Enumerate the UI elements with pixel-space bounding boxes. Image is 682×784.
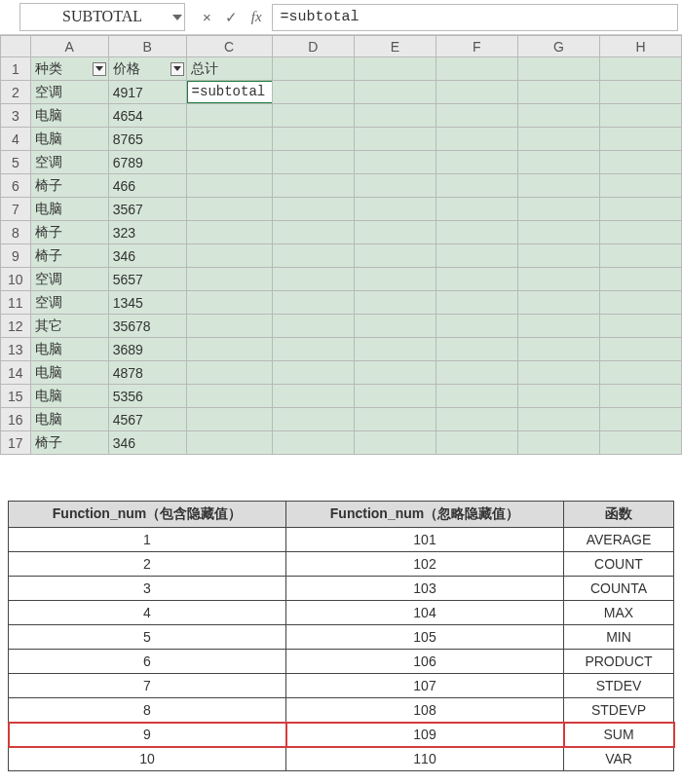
cell-B1[interactable]: 价格	[108, 57, 186, 81]
row-header[interactable]: 9	[1, 244, 31, 268]
cell-E3[interactable]	[354, 104, 436, 128]
col-header-F[interactable]: F	[436, 36, 517, 57]
cell-H14[interactable]	[599, 361, 681, 385]
cell-C10[interactable]	[186, 268, 272, 291]
cell-H5[interactable]	[599, 151, 681, 174]
cell-A4[interactable]: 电脑	[30, 128, 108, 151]
cell-E5[interactable]	[354, 151, 436, 174]
cell-D7[interactable]	[272, 198, 354, 221]
cell-B4[interactable]: 8765	[108, 128, 186, 151]
cell-C16[interactable]	[186, 408, 272, 431]
cell-B11[interactable]: 1345	[108, 291, 186, 315]
cell-F1[interactable]	[436, 57, 517, 81]
cell-D13[interactable]	[272, 338, 354, 361]
cell-F9[interactable]	[436, 244, 517, 268]
cell-F2[interactable]	[436, 81, 517, 104]
cell-H16[interactable]	[599, 408, 681, 431]
row-header[interactable]: 2	[1, 81, 31, 104]
cell-A5[interactable]: 空调	[30, 151, 108, 174]
cell-C14[interactable]	[186, 361, 272, 385]
name-box-dropdown-icon[interactable]	[172, 13, 182, 22]
cell-C8[interactable]	[186, 221, 272, 244]
cell-E8[interactable]	[354, 221, 436, 244]
cell-G11[interactable]	[517, 291, 599, 315]
cell-B5[interactable]: 6789	[108, 151, 186, 174]
cell-G17[interactable]	[517, 431, 599, 455]
cell-G3[interactable]	[517, 104, 599, 128]
cell-A9[interactable]: 椅子	[30, 244, 108, 268]
cell-G10[interactable]	[517, 268, 599, 291]
cell-F3[interactable]	[436, 104, 517, 128]
cell-C11[interactable]	[186, 291, 272, 315]
cell-E16[interactable]	[354, 408, 436, 431]
row-header[interactable]: 1	[1, 57, 31, 81]
fx-icon[interactable]: fx	[251, 9, 262, 25]
cell-F16[interactable]	[436, 408, 517, 431]
cell-G13[interactable]	[517, 338, 599, 361]
cell-A7[interactable]: 电脑	[30, 198, 108, 221]
cell-F11[interactable]	[436, 291, 517, 315]
formula-input[interactable]: =subtotal	[272, 4, 678, 31]
cell-G7[interactable]	[517, 198, 599, 221]
cell-H2[interactable]	[599, 81, 681, 104]
cell-A3[interactable]: 电脑	[30, 104, 108, 128]
cell-B13[interactable]: 3689	[108, 338, 186, 361]
cell-B14[interactable]: 4878	[108, 361, 186, 385]
cell-E9[interactable]	[354, 244, 436, 268]
row-header[interactable]: 3	[1, 104, 31, 128]
cell-E17[interactable]	[354, 431, 436, 455]
cell-F12[interactable]	[436, 315, 517, 338]
cell-C6[interactable]	[186, 174, 272, 198]
cell-F8[interactable]	[436, 221, 517, 244]
col-header-C[interactable]: C	[186, 36, 272, 57]
cell-F15[interactable]	[436, 385, 517, 408]
cell-C2[interactable]: =subtotalfxSUBTOTAL返回数据清单或数据库中的分类汇总。查看该函…	[186, 81, 272, 104]
cell-B16[interactable]: 4567	[108, 408, 186, 431]
col-header-A[interactable]: A	[30, 36, 108, 57]
cell-G4[interactable]	[517, 128, 599, 151]
cell-A14[interactable]: 电脑	[30, 361, 108, 385]
cell-C1[interactable]: 总计	[186, 57, 272, 81]
cell-G9[interactable]	[517, 244, 599, 268]
cell-F7[interactable]	[436, 198, 517, 221]
cell-D3[interactable]	[272, 104, 354, 128]
cell-H17[interactable]	[599, 431, 681, 455]
cell-C5[interactable]	[186, 151, 272, 174]
cell-F6[interactable]	[436, 174, 517, 198]
row-header[interactable]: 15	[1, 385, 31, 408]
cell-C15[interactable]	[186, 385, 272, 408]
cell-D16[interactable]	[272, 408, 354, 431]
cell-B3[interactable]: 4654	[108, 104, 186, 128]
cell-H8[interactable]	[599, 221, 681, 244]
cell-A1[interactable]: 种类	[30, 57, 108, 81]
cell-A8[interactable]: 椅子	[30, 221, 108, 244]
cell-G8[interactable]	[517, 221, 599, 244]
cell-D10[interactable]	[272, 268, 354, 291]
cell-G14[interactable]	[517, 361, 599, 385]
cell-D6[interactable]	[272, 174, 354, 198]
cell-H6[interactable]	[599, 174, 681, 198]
cell-C12[interactable]	[186, 315, 272, 338]
cell-H13[interactable]	[599, 338, 681, 361]
col-header-B[interactable]: B	[108, 36, 186, 57]
cancel-icon[interactable]: ×	[203, 9, 211, 25]
cell-B6[interactable]: 466	[108, 174, 186, 198]
cell-H4[interactable]	[599, 128, 681, 151]
col-header-H[interactable]: H	[599, 36, 681, 57]
cell-C9[interactable]	[186, 244, 272, 268]
cell-A10[interactable]: 空调	[30, 268, 108, 291]
cell-C7[interactable]	[186, 198, 272, 221]
col-header-D[interactable]: D	[272, 36, 354, 57]
row-header[interactable]: 16	[1, 408, 31, 431]
name-box[interactable]: SUBTOTAL	[19, 3, 185, 31]
row-header[interactable]: 8	[1, 221, 31, 244]
cell-D12[interactable]	[272, 315, 354, 338]
cell-A13[interactable]: 电脑	[30, 338, 108, 361]
col-header-G[interactable]: G	[517, 36, 599, 57]
cell-E12[interactable]	[354, 315, 436, 338]
row-header[interactable]: 13	[1, 338, 31, 361]
row-header[interactable]: 14	[1, 361, 31, 385]
cell-H15[interactable]	[599, 385, 681, 408]
row-header[interactable]: 12	[1, 315, 31, 338]
cell-D17[interactable]	[272, 431, 354, 455]
